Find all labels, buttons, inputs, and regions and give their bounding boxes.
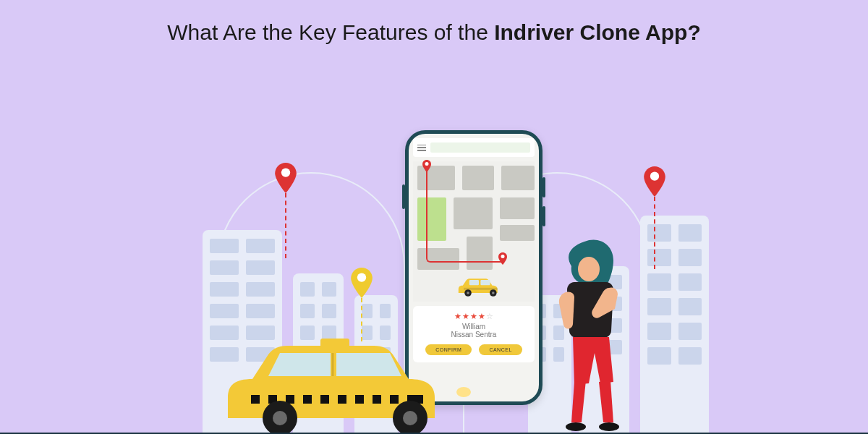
svg-point-0 <box>281 168 290 176</box>
menu-icon[interactable] <box>417 145 426 151</box>
map-pin-icon <box>275 163 297 193</box>
building <box>640 216 709 433</box>
title-prefix: What Are the Key Features of the <box>167 20 494 44</box>
taxi-illustration <box>213 339 488 433</box>
phone-topbar <box>413 138 535 157</box>
svg-rect-17 <box>294 395 303 404</box>
svg-rect-19 <box>329 395 338 404</box>
svg-rect-15 <box>260 395 268 404</box>
svg-rect-11 <box>464 288 498 290</box>
route-start-pin-icon <box>422 160 431 172</box>
illustration-scene: ★★★★☆ William Nissan Sentra CONFIRM CANC… <box>0 123 868 434</box>
rating-stars: ★★★★☆ <box>417 312 530 321</box>
page-title: What Are the Key Features of the Indrive… <box>0 0 868 45</box>
svg-rect-14 <box>242 395 251 404</box>
svg-point-27 <box>403 411 417 425</box>
woman-illustration <box>542 237 637 433</box>
svg-rect-22 <box>381 395 390 404</box>
svg-rect-6 <box>480 280 490 285</box>
svg-rect-18 <box>312 395 320 404</box>
svg-point-2 <box>357 273 366 281</box>
svg-point-28 <box>456 387 471 397</box>
driver-name: William <box>417 323 530 331</box>
svg-rect-5 <box>469 280 479 285</box>
svg-point-8 <box>467 292 469 294</box>
svg-point-1 <box>650 171 659 180</box>
map-pin-icon <box>351 268 373 298</box>
phone-map[interactable] <box>413 161 535 302</box>
svg-point-4 <box>501 255 505 258</box>
search-input[interactable] <box>430 142 530 153</box>
map-pin-icon <box>644 166 665 197</box>
svg-point-10 <box>492 292 495 294</box>
svg-rect-20 <box>346 395 355 404</box>
svg-point-29 <box>578 257 600 281</box>
svg-point-25 <box>273 411 287 425</box>
svg-rect-21 <box>364 395 373 404</box>
title-bold: Indriver Clone App? <box>494 20 701 44</box>
svg-point-3 <box>425 162 429 166</box>
ride-car-icon <box>455 276 507 297</box>
driver-car: Nissan Sentra <box>417 331 530 339</box>
svg-point-31 <box>599 422 619 431</box>
svg-point-30 <box>566 422 586 431</box>
route-end-pin-icon <box>498 252 507 265</box>
